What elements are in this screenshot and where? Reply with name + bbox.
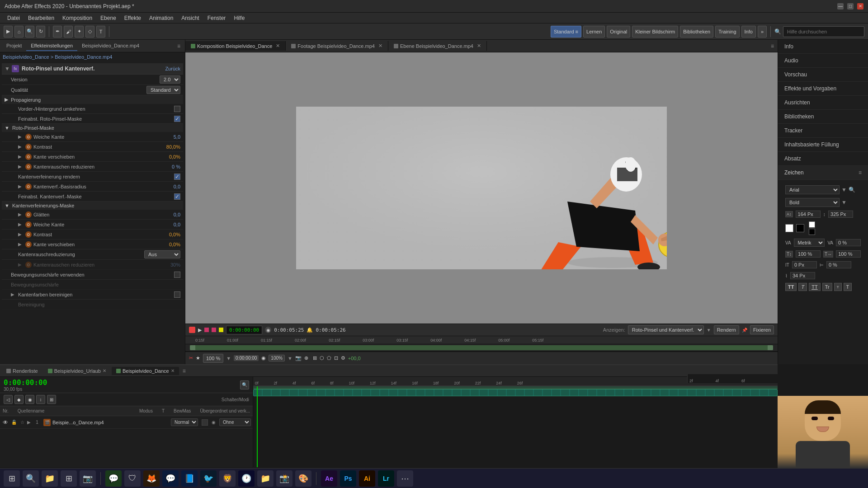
size-icon[interactable]: A↕ bbox=[785, 211, 793, 217]
current-time-display[interactable]: 0:00:00:00 bbox=[226, 326, 262, 334]
layer-lock-btn[interactable]: 🔓 bbox=[11, 419, 17, 426]
taskbar-aftereffects[interactable]: Ae bbox=[321, 470, 337, 487]
feinabst-checkbox[interactable]: ✓ bbox=[174, 116, 180, 122]
tool-stamp[interactable]: ✦ bbox=[75, 26, 84, 38]
weiche-kante-expand[interactable]: ▶ bbox=[18, 134, 24, 140]
cut-btn[interactable]: ✂ bbox=[189, 355, 193, 361]
footage-tab-close[interactable]: ✕ bbox=[378, 43, 382, 49]
kontrast-expand[interactable]: ▶ bbox=[18, 144, 24, 150]
tool-brush[interactable]: 🖌 bbox=[64, 26, 73, 38]
layer-parent-select[interactable]: Ohne bbox=[219, 418, 251, 426]
workspace-info[interactable]: Info bbox=[741, 26, 756, 38]
right-bibliotheken-btn[interactable]: Bibliotheken bbox=[778, 110, 868, 124]
vorder-checkbox[interactable] bbox=[174, 106, 180, 112]
taskbar-camera2[interactable]: 📸 bbox=[276, 470, 292, 487]
kante-verschieben2-value[interactable]: 0,0% bbox=[153, 242, 180, 247]
timecode-display[interactable]: 0:00:00:00 bbox=[234, 355, 259, 361]
tab-beispielvideo[interactable]: Beispielvideo_Dance.mp4 bbox=[77, 41, 144, 51]
tl-tab-menu[interactable]: ≡ bbox=[180, 368, 189, 374]
kontrast2-value[interactable]: 0,0% bbox=[153, 232, 180, 237]
version-dropdown[interactable]: 2.0 bbox=[160, 75, 180, 84]
right-audio-btn[interactable]: Audio bbox=[778, 54, 868, 68]
kerning-input[interactable] bbox=[836, 239, 861, 246]
taskbar-firefox[interactable]: 🦊 bbox=[143, 470, 160, 487]
taskbar-brave[interactable]: 🦁 bbox=[219, 470, 236, 487]
taskbar-clock[interactable]: 🕐 bbox=[238, 470, 255, 487]
kante-verschieben-value[interactable]: 0,0% bbox=[153, 154, 180, 160]
layer-t-checkbox[interactable] bbox=[202, 419, 208, 426]
section-roto[interactable]: ▼ Roto-Pinsel-Maske bbox=[2, 124, 183, 132]
playhead[interactable] bbox=[257, 386, 258, 467]
horiz-scale-input[interactable] bbox=[836, 250, 861, 258]
superscript-btn[interactable]: T bbox=[834, 283, 842, 291]
tool-pen[interactable]: ✒ bbox=[53, 26, 62, 38]
urlaub-close[interactable]: ✕ bbox=[103, 368, 106, 373]
tl-current-time[interactable]: 0:00:00:00 bbox=[4, 378, 47, 387]
taskbar-store[interactable]: ⊞ bbox=[61, 470, 77, 487]
taskbar-lightroom[interactable]: Lr bbox=[378, 470, 394, 487]
progress-bar-area[interactable] bbox=[185, 344, 778, 352]
grid-btn[interactable]: ⊞ bbox=[313, 355, 317, 361]
taskbar-shield[interactable]: 🛡 bbox=[124, 470, 141, 487]
taskbar-photoshop[interactable]: Ps bbox=[340, 470, 356, 487]
mask-btn[interactable]: ⬠ bbox=[327, 355, 331, 361]
menu-hilfe[interactable]: Hilfe bbox=[230, 14, 248, 22]
kantenrauschred-dropdown[interactable]: Aus bbox=[144, 250, 180, 258]
menu-komposition[interactable]: Komposition bbox=[59, 14, 96, 22]
minimize-btn[interactable]: — bbox=[837, 3, 844, 9]
right-absatz-btn[interactable]: Absatz bbox=[778, 152, 868, 166]
vert-scale-icon[interactable]: T↕ bbox=[785, 251, 793, 258]
bewegungsunschaerfe-checkbox[interactable] bbox=[174, 272, 180, 278]
tool-shape[interactable]: ◇ bbox=[85, 26, 94, 38]
kontrast-value[interactable]: 80,0% bbox=[153, 144, 180, 150]
taskbar-facebook[interactable]: 📘 bbox=[181, 470, 198, 487]
taskbar-explorer[interactable]: 📁 bbox=[42, 470, 58, 487]
right-inhalt-btn[interactable]: Inhaltsbasierte Füllung bbox=[778, 138, 868, 152]
right-zeichen-btn[interactable]: Zeichen ≡ bbox=[778, 166, 868, 180]
zoom-down-btn[interactable]: ▼ bbox=[226, 356, 231, 361]
kantenfarben-expand[interactable]: ▶ bbox=[11, 292, 16, 297]
basisradius-value[interactable]: 0,0 bbox=[153, 184, 180, 189]
section-kantenverfein[interactable]: ▼ Kantenverfeinerungs-Maske bbox=[2, 202, 183, 210]
taskbar-messenger[interactable]: 💬 bbox=[162, 470, 179, 487]
taskbar-twitter[interactable]: 🐦 bbox=[200, 470, 217, 487]
indent-input[interactable] bbox=[790, 272, 815, 279]
tsume-input[interactable] bbox=[826, 261, 851, 268]
safe-zones-btn[interactable]: ⊕ bbox=[304, 355, 308, 361]
comp-tab-close[interactable]: ✕ bbox=[276, 43, 280, 49]
display-dropdown[interactable]: Roto-Pinsel und Kantenverf. bbox=[628, 325, 704, 334]
leading-input[interactable] bbox=[828, 211, 853, 218]
tab-projekt[interactable]: Projekt bbox=[2, 41, 26, 51]
workspace-training[interactable]: Training bbox=[715, 26, 739, 38]
font-size-input[interactable] bbox=[796, 211, 821, 218]
smallcaps-btn[interactable]: Tr bbox=[822, 283, 832, 291]
tracking-select[interactable]: Metrik bbox=[794, 239, 825, 247]
tool-select[interactable]: ▶ bbox=[4, 26, 13, 38]
color-swatch-pink2[interactable] bbox=[212, 328, 216, 332]
style-dropdown-btn[interactable]: ▼ bbox=[841, 199, 847, 206]
kantenverfein-rendern-checkbox[interactable]: ✓ bbox=[174, 174, 180, 180]
workspace-standard[interactable]: Standard ≡ bbox=[551, 26, 581, 38]
stroke-color[interactable] bbox=[796, 224, 804, 232]
kantenrauschen-value[interactable]: 0 % bbox=[153, 164, 180, 169]
kantenrauschen-expand[interactable]: ▶ bbox=[18, 164, 24, 169]
panel-menu-btn[interactable]: ≡ bbox=[175, 43, 183, 49]
menu-ansicht[interactable]: Ansicht bbox=[178, 14, 203, 22]
horiz-scale-icon[interactable]: T↔ bbox=[823, 251, 833, 258]
taskbar-more[interactable]: ⋯ bbox=[397, 470, 413, 487]
weiche-kante-value[interactable]: 5,0 bbox=[153, 134, 180, 140]
kante-verschieben2-expand[interactable]: ▶ bbox=[18, 242, 24, 247]
baseline-input[interactable] bbox=[792, 261, 817, 268]
schalter-modi-label[interactable]: Schalter/Modi bbox=[222, 397, 249, 402]
taskbar-whatsapp[interactable]: 💬 bbox=[105, 470, 122, 487]
tl-toggle-solo-btn[interactable]: ◉ bbox=[25, 395, 34, 404]
fx-reset-btn[interactable]: Zurück bbox=[165, 66, 180, 71]
style-select[interactable]: Bold bbox=[785, 198, 840, 207]
quality-dropdown[interactable]: Standard bbox=[146, 86, 180, 94]
kante-verschieben-expand[interactable]: ▶ bbox=[18, 154, 24, 160]
weiche-kante2-value[interactable]: 0,0 bbox=[153, 222, 180, 227]
menu-fenster[interactable]: Fenster bbox=[204, 14, 230, 22]
tool-home[interactable]: ⌂ bbox=[14, 26, 24, 38]
settings-btn[interactable]: ⚙ bbox=[341, 355, 345, 361]
font-select[interactable]: Arial bbox=[785, 185, 840, 194]
